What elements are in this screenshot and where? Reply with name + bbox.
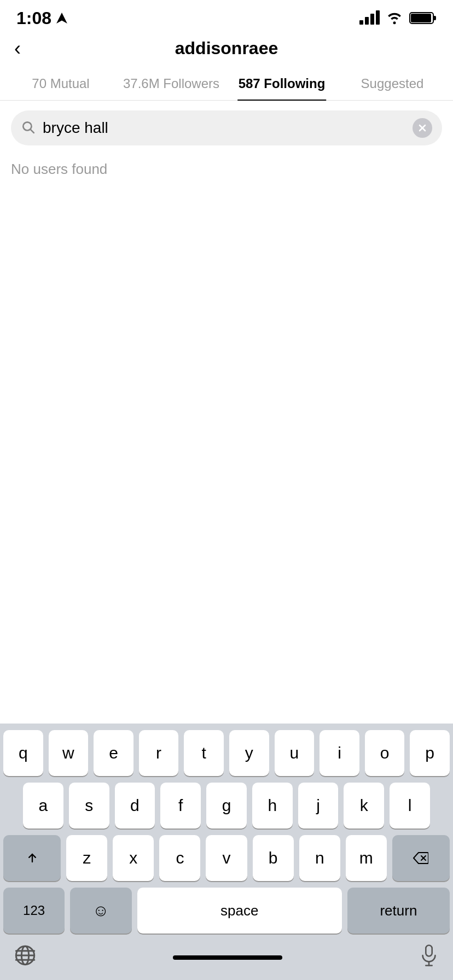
key-r[interactable]: r [139,730,179,776]
keyboard-row-3: z x c v b n m [3,835,450,881]
key-s[interactable]: s [69,783,109,829]
key-t[interactable]: t [184,730,224,776]
key-q[interactable]: q [3,730,43,776]
return-key[interactable]: return [347,888,450,934]
key-i[interactable]: i [320,730,359,776]
search-bar [11,110,442,145]
svg-rect-15 [426,945,432,956]
status-icons [359,11,437,25]
key-a[interactable]: a [23,783,63,829]
svg-rect-2 [411,14,431,22]
key-u[interactable]: u [275,730,315,776]
tab-following[interactable]: 587 Following [226,67,337,100]
no-users-label: No users found [0,155,453,183]
key-m[interactable]: m [346,835,387,881]
search-input[interactable] [43,119,405,137]
shift-key[interactable] [3,835,61,881]
keyboard: q w e r t y u i o p a s d f g h j k l z … [0,724,453,980]
key-b[interactable]: b [253,835,294,881]
header: ‹ addisonraee [0,33,453,67]
back-button[interactable]: ‹ [14,39,21,59]
keyboard-row-1: q w e r t y u i o p [3,730,450,776]
key-n[interactable]: n [299,835,340,881]
tab-followers[interactable]: 37.6M Followers [116,67,226,100]
delete-key[interactable] [392,835,450,881]
content-area [0,183,453,402]
status-bar: 1:08 [0,0,453,33]
emoji-key[interactable]: ☺ [70,888,131,934]
tab-mutual[interactable]: 70 Mutual [5,67,116,100]
page-title: addisonraee [175,38,278,59]
tab-suggested[interactable]: Suggested [337,67,448,100]
status-time: 1:08 [16,8,68,28]
battery-icon [409,11,437,25]
key-g[interactable]: g [206,783,247,829]
location-arrow-icon [56,12,68,24]
key-w[interactable]: w [49,730,89,776]
keyboard-row-2: a s d f g h j k l [3,783,450,829]
space-key[interactable]: space [137,888,342,934]
key-v[interactable]: v [206,835,247,881]
key-z[interactable]: z [66,835,107,881]
key-d[interactable]: d [115,783,155,829]
key-x[interactable]: x [113,835,154,881]
wifi-icon [386,11,403,25]
key-c[interactable]: c [159,835,200,881]
key-l[interactable]: l [390,783,430,829]
search-container [0,101,453,155]
signal-bars-icon [359,11,380,25]
search-clear-button[interactable] [413,118,432,138]
keyboard-row-4: 123 ☺ space return [3,888,450,934]
key-p[interactable]: p [410,730,450,776]
key-e[interactable]: e [94,730,133,776]
search-icon [21,120,35,136]
keyboard-bottom-row [3,940,450,980]
microphone-icon[interactable] [419,944,439,971]
svg-rect-1 [433,16,436,20]
home-indicator [36,951,419,965]
tabs-bar: 70 Mutual 37.6M Followers 587 Following … [0,67,453,101]
key-k[interactable]: k [344,783,384,829]
key-h[interactable]: h [252,783,293,829]
key-j[interactable]: j [298,783,339,829]
key-f[interactable]: f [160,783,201,829]
key-o[interactable]: o [365,730,405,776]
svg-line-4 [31,130,34,133]
key-y[interactable]: y [229,730,269,776]
globe-icon[interactable] [14,944,36,971]
numeric-key[interactable]: 123 [3,888,65,934]
